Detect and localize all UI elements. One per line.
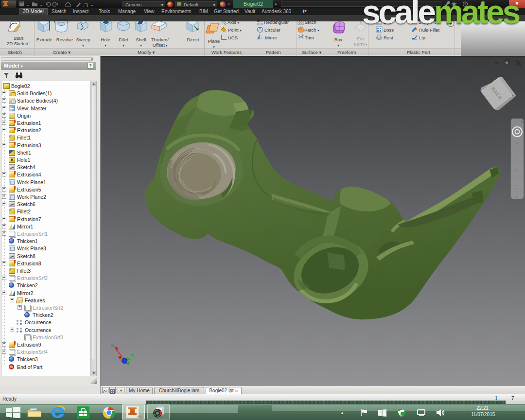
svg-text:X: X [111,343,114,348]
svg-text:▾: ▾ [516,168,518,172]
svg-text:✕: ✕ [521,120,524,123]
svg-text:▾: ▾ [516,184,518,187]
svg-text:▾: ▾ [516,195,518,199]
svg-text:▾: ▾ [516,141,518,145]
